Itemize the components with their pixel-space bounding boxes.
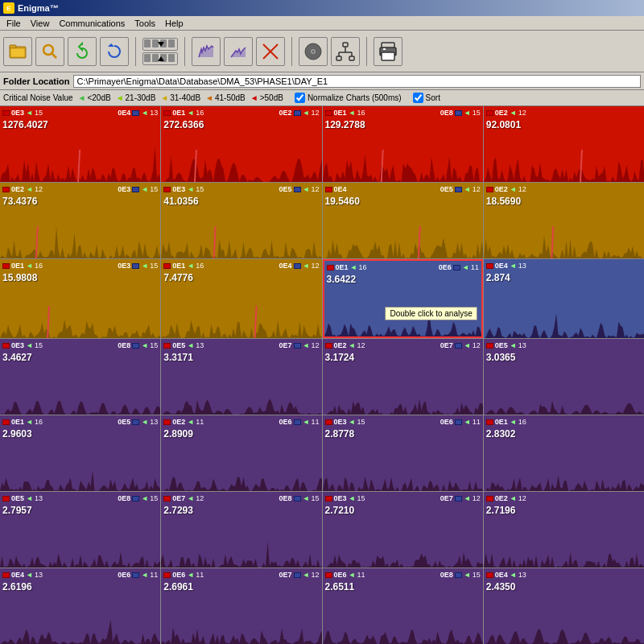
waveform-svg bbox=[161, 146, 321, 182]
chart-cell[interactable]: 0E2◄1218.5690 bbox=[484, 183, 644, 258]
normalize-label: Normalize Charts (500ms) bbox=[308, 93, 402, 102]
chart-cell[interactable]: 0E6◄110E8◄152.6511 bbox=[323, 568, 483, 644]
chart-value: 129.2788 bbox=[323, 119, 483, 131]
waveform-svg bbox=[0, 455, 160, 491]
chart-cell[interactable]: 0E3◄150E5◄1241.0356 bbox=[161, 183, 321, 258]
chart-num-2: 13 bbox=[150, 109, 158, 117]
chart-id-1: 0E1 bbox=[172, 262, 185, 270]
chart-cell[interactable]: 0E3◄150E6◄112.8778 bbox=[323, 415, 483, 491]
chart-cell[interactable]: 0E1◄160E5◄132.9603 bbox=[0, 415, 160, 491]
flag-1-icon bbox=[486, 263, 493, 269]
cd-button[interactable] bbox=[299, 37, 328, 66]
waveform-svg bbox=[484, 455, 644, 491]
toolbar-separator-1 bbox=[135, 37, 136, 66]
scroll-up-button[interactable] bbox=[142, 38, 178, 51]
chart-cell[interactable]: 0E5◄130E7◄123.3171 bbox=[161, 339, 321, 415]
critical-noise-label: Critical Noise Value bbox=[3, 93, 73, 102]
chart-value: 2.8778 bbox=[323, 428, 483, 440]
chart-num-1: 15 bbox=[357, 418, 365, 426]
toolbar bbox=[0, 31, 644, 72]
waveform-svg bbox=[0, 146, 160, 182]
chart-cell[interactable]: 0E1◄160E2◄12272.6366 bbox=[161, 106, 321, 182]
chart-num-2: 11 bbox=[150, 571, 158, 579]
waveform-svg bbox=[161, 608, 321, 644]
chart-cell[interactable]: 0E3◄150E4◄131276.4027 bbox=[0, 106, 160, 182]
chart-cell[interactable]: 0E2◄120E7◄123.1724 bbox=[323, 339, 483, 415]
chart-cell[interactable]: 0E40E5◄1219.5460 bbox=[323, 183, 483, 258]
chart-cell[interactable]: 0E5◄133.0365 bbox=[484, 339, 644, 415]
chart-cell[interactable]: 0E1◄160E4◄127.4776 bbox=[161, 259, 321, 338]
normalize-checkbox[interactable] bbox=[295, 93, 305, 103]
chart-cell[interactable]: 0E3◄150E7◄122.7210 bbox=[323, 492, 483, 568]
chart-header: 0E2◄110E6◄11 bbox=[161, 415, 321, 428]
chart-tri-2-icon: ◄ bbox=[141, 494, 148, 502]
network-button[interactable] bbox=[331, 37, 360, 66]
flag-1-icon bbox=[486, 187, 493, 192]
svg-point-20 bbox=[312, 51, 314, 52]
search-button[interactable] bbox=[35, 37, 64, 66]
open-folder-button[interactable] bbox=[3, 37, 32, 66]
chart-value: 3.0365 bbox=[484, 352, 644, 364]
chart-cell[interactable]: 0E2◄120E3◄1573.4376 bbox=[0, 183, 160, 258]
menu-file[interactable]: File bbox=[2, 16, 26, 30]
menu-communications[interactable]: Communications bbox=[54, 16, 130, 30]
chart-id-1: 0E3 bbox=[334, 418, 347, 426]
chart-inner: 2.6961 bbox=[161, 581, 321, 644]
waveform-svg bbox=[161, 378, 321, 415]
chart-id-2: 0E8 bbox=[118, 494, 130, 502]
flag-1-icon bbox=[163, 263, 171, 269]
sort-checkbox[interactable] bbox=[413, 93, 423, 103]
chart-cell[interactable]: 0E4◄130E6◄112.6196 bbox=[0, 568, 160, 644]
chart-type-2[interactable] bbox=[224, 37, 253, 66]
flag-2-icon bbox=[455, 419, 462, 425]
chart-cell[interactable]: 0E2◄110E6◄112.8909 bbox=[161, 415, 321, 491]
waveform-svg bbox=[323, 222, 483, 258]
chart-value: 2.4350 bbox=[484, 581, 644, 593]
scroll-down-button[interactable] bbox=[142, 52, 178, 65]
svg-rect-22 bbox=[336, 56, 341, 60]
menu-tools[interactable]: Tools bbox=[130, 16, 160, 30]
chart-inner: 2.4350 bbox=[484, 581, 644, 644]
chart-id-1: 0E2 bbox=[11, 185, 24, 193]
svg-rect-12 bbox=[152, 54, 159, 62]
chart-cell[interactable]: 0E6◄110E7◄122.6961 bbox=[161, 568, 321, 644]
chart-type-3[interactable] bbox=[256, 37, 285, 66]
chart-cell[interactable]: 0E3◄150E8◄153.4627 bbox=[0, 339, 160, 415]
chart-cell[interactable]: 0E1◄162.8302 bbox=[484, 415, 644, 491]
chart-num-1: 15 bbox=[357, 494, 365, 502]
chart-cell[interactable]: 0E2◄1292.0801 bbox=[484, 106, 644, 182]
chart-inner: 2.9603 bbox=[0, 428, 160, 491]
chart-tri-2-icon: ◄ bbox=[303, 185, 310, 193]
menu-help[interactable]: Help bbox=[160, 16, 188, 30]
chart-cell[interactable]: 0E1◄160E3◄1515.9808 bbox=[0, 259, 160, 338]
menu-view[interactable]: View bbox=[26, 16, 55, 30]
chart-cell[interactable]: 0E1◄160E6◄113.6422Double click to analys… bbox=[323, 259, 483, 338]
chart-num-1: 16 bbox=[196, 109, 204, 117]
chart-cell[interactable]: 0E7◄120E8◄152.7293 bbox=[161, 492, 321, 568]
refresh-button[interactable] bbox=[68, 37, 97, 66]
chart-inner: 272.6366 bbox=[161, 119, 321, 182]
chart-id-1: 0E2 bbox=[495, 109, 508, 117]
chart-cell[interactable]: 0E4◄132.874 bbox=[484, 259, 644, 338]
chart-header: 0E4◄13 bbox=[484, 568, 644, 581]
chart-cell[interactable]: 0E1◄160E8◄15129.2788 bbox=[323, 106, 483, 182]
chart-cell[interactable]: 0E4◄132.4350 bbox=[484, 568, 644, 644]
chart-id-1: 0E4 bbox=[334, 185, 347, 193]
chart-cell[interactable]: 0E5◄130E8◄152.7957 bbox=[0, 492, 160, 568]
chart-tri-2-icon: ◄ bbox=[141, 418, 148, 426]
chart-num-2: 11 bbox=[311, 418, 319, 426]
chart-cell[interactable]: 0E2◄122.7196 bbox=[484, 492, 644, 568]
print-button[interactable] bbox=[374, 37, 402, 66]
waveform-svg bbox=[0, 302, 160, 338]
svg-rect-14 bbox=[168, 54, 175, 62]
tri-31-40-icon: ◄ bbox=[160, 93, 168, 102]
chart-inner: 129.2788 bbox=[323, 119, 483, 182]
chart-num-1: 16 bbox=[357, 109, 365, 117]
chart-tri-2-icon: ◄ bbox=[464, 418, 471, 426]
chart-header: 0E3◄150E7◄12 bbox=[323, 492, 483, 505]
chart-type-1[interactable] bbox=[192, 37, 221, 66]
legend-41-50: ◄41-50dB bbox=[205, 93, 246, 102]
reload-button[interactable] bbox=[100, 37, 129, 66]
chart-inner: 3.4627 bbox=[0, 352, 160, 415]
waveform-svg bbox=[323, 146, 483, 182]
